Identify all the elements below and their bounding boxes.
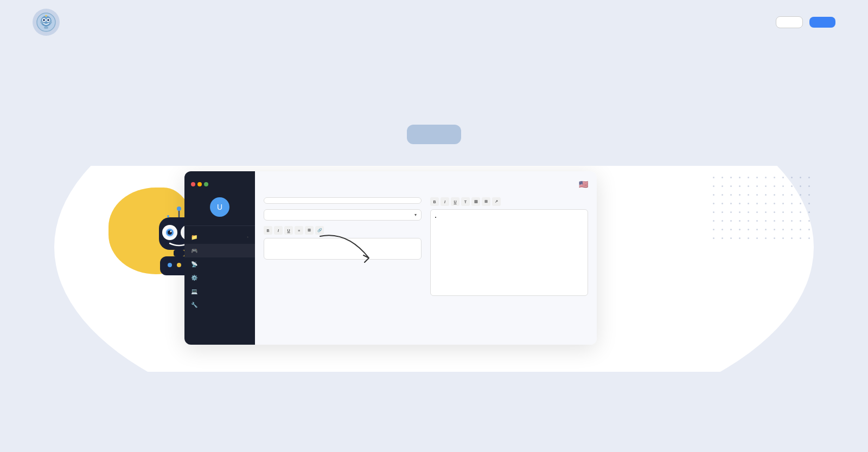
list-button[interactable]: ≡ (295, 226, 303, 235)
user-avatar: U (210, 197, 229, 217)
logo[interactable] (33, 9, 60, 36)
channels-icon: 📡 (191, 261, 197, 267)
card-right-output: B I U T ▤ ⊞ ↗ (430, 195, 588, 296)
svg-point-10 (46, 15, 47, 17)
bold-button[interactable]: B (264, 226, 272, 235)
sidebar-item-apps[interactable]: ⚙️ (184, 271, 255, 285)
sidebar-top (184, 178, 255, 191)
arrow-decoration (315, 231, 380, 274)
signup-button[interactable] (809, 17, 835, 28)
card-main-content: 🇺🇸 ▾ B I U ≡ (255, 171, 597, 345)
sidebar-item-channels[interactable]: 📡 (184, 257, 255, 271)
svg-point-31 (177, 263, 181, 267)
catalogue-icon: 📁 (191, 234, 197, 240)
hero-section (0, 44, 868, 144)
card-topbar: 🇺🇸 (264, 180, 588, 189)
sidebar-item-playground[interactable]: 🎮 (184, 244, 255, 257)
nav-actions (776, 16, 835, 28)
svg-point-26 (170, 231, 172, 233)
developers-icon: 💻 (191, 288, 197, 294)
svg-point-8 (49, 21, 52, 24)
output-toolbar: B I U T ▤ ⊞ ↗ (430, 197, 588, 206)
underline-button[interactable]: U (284, 226, 293, 235)
output-tool1[interactable]: T (461, 197, 470, 206)
card-flag-icon: 🇺🇸 (579, 180, 588, 189)
align-button[interactable]: ⊞ (305, 226, 314, 235)
svg-point-4 (43, 19, 45, 21)
logo-icon (33, 9, 60, 36)
apps-icon: ⚙️ (191, 275, 197, 281)
sidebar-item-developers[interactable]: 💻 (184, 285, 255, 298)
chevron-down-icon: ▾ (414, 212, 417, 217)
svg-rect-6 (44, 27, 48, 29)
output-tool3[interactable]: ⊞ (482, 197, 490, 206)
output-tool2[interactable]: ▤ (471, 197, 480, 206)
card-sidebar: U 📁 › 🎮 📡 ⚙️ 💻 (184, 171, 255, 345)
output-underline[interactable]: U (451, 197, 459, 206)
start-button[interactable] (407, 125, 461, 144)
sidebar-user: U (184, 191, 255, 226)
dot-grid-decoration: const grid = document.querySelector('.do… (713, 177, 814, 243)
svg-rect-28 (174, 250, 184, 256)
svg-point-13 (167, 215, 169, 217)
settings-icon: 🔧 (191, 302, 197, 308)
login-button[interactable] (776, 16, 803, 28)
output-italic[interactable]: I (441, 197, 449, 206)
navbar (0, 0, 868, 44)
output-bold[interactable]: B (430, 197, 439, 206)
playground-preview-card: U 📁 › 🎮 📡 ⚙️ 💻 (184, 171, 597, 345)
output-tool4[interactable]: ↗ (492, 197, 501, 206)
sidebar-item-catalogue[interactable]: 📁 › (184, 230, 255, 244)
italic-button[interactable]: I (274, 226, 283, 235)
language-select[interactable]: ▾ (264, 209, 422, 221)
svg-point-5 (47, 19, 49, 21)
hero-visual-area: const grid = document.querySelector('.do… (0, 166, 868, 372)
playground-icon: 🎮 (191, 248, 197, 254)
product-name-input[interactable] (264, 197, 422, 204)
svg-point-7 (41, 21, 43, 24)
sidebar-item-settings[interactable]: 🔧 (184, 298, 255, 312)
card-form-area: ▾ B I U ≡ ⊞ 🔗 (264, 195, 588, 296)
svg-point-12 (177, 206, 181, 211)
hero-title (11, 77, 857, 92)
svg-point-30 (168, 263, 172, 267)
output-content-area (430, 209, 588, 296)
